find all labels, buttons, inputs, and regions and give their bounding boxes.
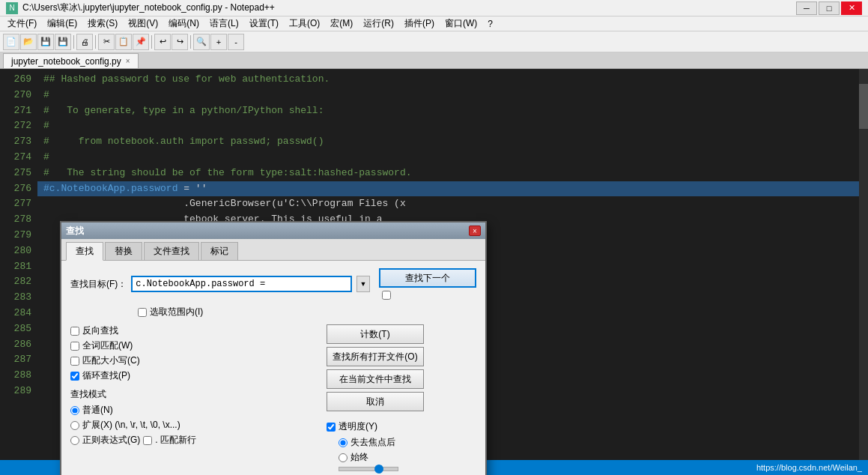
- menu-item-10[interactable]: 插件(P): [400, 16, 439, 31]
- match-newline-checkbox[interactable]: [143, 436, 152, 445]
- loop-search-checkbox[interactable]: [70, 372, 79, 381]
- select-range-label: 选取范围内(I): [150, 306, 203, 318]
- loop-search-row: 循环查找(P): [70, 369, 321, 382]
- transparency-slider[interactable]: [339, 467, 398, 471]
- find-all-open-btn[interactable]: 查找所有打开文件(O): [327, 347, 424, 366]
- full-word-checkbox[interactable]: [70, 342, 79, 351]
- slider-thumb[interactable]: [374, 465, 383, 474]
- search-mode-section: 查找模式 普通(N) 扩展(X) (\n, \r, \t, \0, \x...)…: [70, 388, 321, 447]
- scrollbar[interactable]: [859, 69, 868, 460]
- count-btn[interactable]: 计数(T): [327, 324, 424, 344]
- search-input[interactable]: [131, 276, 352, 292]
- mode-regex-radio[interactable]: [70, 436, 79, 445]
- zoom-in-button[interactable]: +: [210, 34, 227, 50]
- select-range-checkbox[interactable]: [138, 308, 147, 317]
- dialog-tabs: 查找 替换 文件查找 标记: [61, 239, 485, 261]
- separator-2: [95, 35, 96, 49]
- dialog-title-bar: 查找 ×: [61, 223, 485, 239]
- transparency-checkbox[interactable]: [327, 423, 336, 432]
- wrap-checkbox[interactable]: [382, 291, 391, 300]
- match-case-checkbox[interactable]: [70, 357, 79, 366]
- dialog-title: 查找: [66, 225, 84, 238]
- editor-tab[interactable]: jupyter_notebook_config.py ×: [3, 53, 139, 68]
- transparency-label: 透明度(Y): [339, 420, 377, 433]
- code-line: ## Hashed password to use for web authen…: [37, 72, 859, 88]
- app-icon: N: [6, 2, 18, 14]
- search-label: 查找目标(F)：: [70, 278, 127, 291]
- transparency-always-radio[interactable]: [339, 453, 347, 462]
- dialog-body: 查找目标(F)： ▼ 查找下一个 选取范围内(I): [61, 261, 485, 475]
- transparency-on-blur-radio[interactable]: [339, 438, 347, 447]
- search-row: 查找目标(F)： ▼ 查找下一个: [70, 268, 476, 300]
- paste-button[interactable]: 📌: [133, 34, 149, 50]
- reverse-search-row: 反向查找: [70, 324, 321, 337]
- menu-item-5[interactable]: 语言(L): [205, 16, 243, 31]
- find-button[interactable]: 🔍: [193, 34, 210, 50]
- new-file-button[interactable]: 📄: [3, 34, 19, 50]
- dialog-tab-find-in-files[interactable]: 文件查找: [144, 242, 199, 260]
- tab-label: jupyter_notebook_config.py: [11, 56, 121, 67]
- select-range-row: 选取范围内(I): [138, 306, 476, 318]
- cut-button[interactable]: ✂: [98, 34, 115, 50]
- menu-item-7[interactable]: 工具(O): [285, 16, 324, 31]
- mode-extended-label: 扩展(X) (\n, \r, \t, \0, \x...): [82, 419, 180, 432]
- line-number: 275: [6, 166, 31, 181]
- menu-bar: 文件(F)编辑(E)搜索(S)视图(V)编码(N)语言(L)设置(T)工具(O)…: [0, 16, 868, 31]
- undo-button[interactable]: ↩: [154, 34, 171, 50]
- code-line: #: [37, 118, 859, 134]
- title-bar: N C:\Users\寒冰\.jupyter\jupyter_notebook_…: [0, 0, 868, 16]
- find-dialog[interactable]: 查找 × 查找 替换 文件查找 标记 查找目标(F)： ▼ 查找下一个: [60, 221, 487, 475]
- menu-item-3[interactable]: 视图(V): [124, 16, 163, 31]
- open-button[interactable]: 📂: [20, 34, 37, 50]
- menu-item-8[interactable]: 宏(M): [326, 16, 357, 31]
- transparency-always-row: 始终: [339, 451, 476, 464]
- line-number: 287: [6, 352, 31, 368]
- redo-button[interactable]: ↪: [172, 34, 188, 50]
- dialog-tab-replace[interactable]: 替换: [105, 242, 142, 260]
- dialog-close-btn[interactable]: ×: [469, 226, 481, 236]
- match-newline-label: . 匹配新行: [155, 434, 196, 447]
- find-next-btn[interactable]: 查找下一个: [379, 268, 476, 288]
- copy-button[interactable]: 📋: [115, 34, 132, 50]
- mode-regex-row: 正则表达式(G) . 匹配新行: [70, 434, 321, 447]
- mode-extended-radio[interactable]: [70, 421, 79, 430]
- zoom-out-button[interactable]: -: [228, 34, 244, 50]
- menu-item-12[interactable]: ?: [483, 18, 497, 30]
- transparency-on-blur-row: 失去焦点后: [339, 436, 476, 449]
- dialog-tab-mark[interactable]: 标记: [201, 242, 238, 260]
- menu-item-6[interactable]: 设置(T): [245, 16, 283, 31]
- line-numbers: 2692702712722732742752762772782792802812…: [0, 69, 37, 460]
- mode-extended-row: 扩展(X) (\n, \r, \t, \0, \x...): [70, 419, 321, 432]
- reverse-search-checkbox[interactable]: [70, 327, 79, 336]
- code-line: # from notebook.auth import passwd; pass…: [37, 134, 859, 150]
- line-number: 281: [6, 259, 31, 275]
- mode-normal-radio[interactable]: [70, 406, 79, 415]
- line-number: 288: [6, 368, 31, 384]
- match-case-row: 匹配大小写(C): [70, 354, 321, 367]
- transparency-always-label: 始终: [350, 451, 368, 464]
- separator-4: [190, 35, 191, 49]
- menu-item-0[interactable]: 文件(F): [3, 16, 41, 31]
- tab-close-btn[interactable]: ×: [126, 57, 130, 65]
- menu-item-2[interactable]: 搜索(S): [83, 16, 122, 31]
- full-word-label: 全词匹配(W): [82, 339, 133, 352]
- scrollbar-thumb[interactable]: [859, 84, 868, 129]
- menu-item-9[interactable]: 运行(R): [359, 16, 398, 31]
- menu-item-11[interactable]: 窗口(W): [440, 16, 482, 31]
- dialog-tab-find[interactable]: 查找: [66, 242, 103, 261]
- save-button[interactable]: 💾: [37, 34, 54, 50]
- menu-item-1[interactable]: 编辑(E): [43, 16, 82, 31]
- print-button[interactable]: 🖨: [76, 34, 93, 50]
- match-case-label: 匹配大小写(C): [82, 354, 140, 367]
- full-word-row: 全词匹配(W): [70, 339, 321, 352]
- save-all-button[interactable]: 💾: [55, 34, 71, 50]
- search-dropdown-btn[interactable]: ▼: [356, 276, 370, 292]
- minimize-button[interactable]: ─: [796, 1, 817, 15]
- maximize-button[interactable]: □: [819, 1, 840, 15]
- menu-item-4[interactable]: 编码(N): [164, 16, 204, 31]
- close-button[interactable]: ✕: [841, 1, 862, 15]
- cancel-btn[interactable]: 取消: [327, 392, 424, 411]
- find-in-current-btn[interactable]: 在当前文件中查找: [327, 369, 424, 389]
- line-number: 277: [6, 196, 31, 212]
- line-number: 285: [6, 321, 31, 337]
